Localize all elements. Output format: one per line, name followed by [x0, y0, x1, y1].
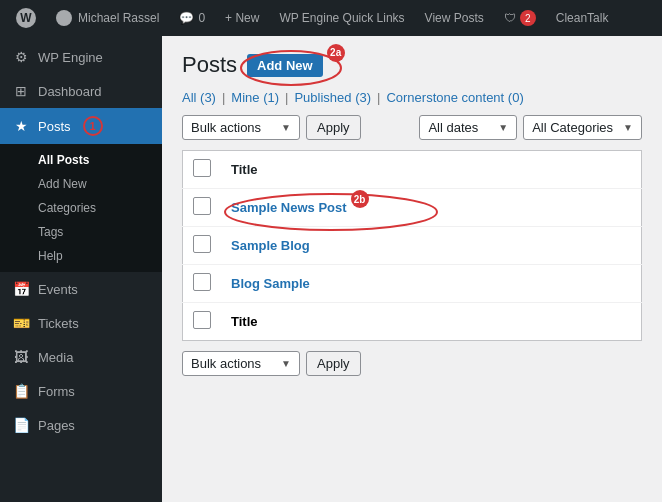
top-toolbar: Bulk actions ▼ Apply All dates ▼ All Cat… — [182, 115, 642, 140]
user-name: Michael Rassel — [78, 11, 159, 25]
sidebar-item-forms[interactable]: 📋 Forms — [0, 374, 162, 408]
all-dates-label: All dates — [428, 120, 478, 135]
chevron-down-icon-dates: ▼ — [498, 122, 508, 133]
filter-tab-all[interactable]: All (3) — [182, 90, 216, 105]
checkbox-cell-3 — [183, 265, 222, 303]
pages-icon: 📄 — [12, 416, 30, 434]
bottom-toolbar: Bulk actions ▼ Apply — [182, 351, 642, 376]
row-checkbox-1[interactable] — [193, 197, 211, 215]
comment-icon: 💬 — [179, 11, 194, 25]
bulk-actions-select-bottom[interactable]: Bulk actions ▼ — [182, 351, 300, 376]
page-header: Posts Add New 2a — [182, 52, 642, 78]
media-icon: 🖼 — [12, 348, 30, 366]
quick-links-label: WP Engine Quick Links — [279, 11, 404, 25]
header-checkbox-col — [183, 151, 222, 189]
sidebar-sub-categories[interactable]: Categories — [0, 196, 162, 220]
post-link-1[interactable]: Sample News Post — [231, 200, 347, 215]
table-footer-row: Title — [183, 303, 642, 341]
checkbox-cell-2 — [183, 227, 222, 265]
post-title-cell-1: Sample News Post 2b — [221, 189, 642, 227]
site-name-label: CleanTalk — [556, 11, 609, 25]
table-row: Sample News Post 2b — [183, 189, 642, 227]
posts-star-icon: ★ — [12, 117, 30, 135]
footer-checkbox-col — [183, 303, 222, 341]
sidebar-item-posts[interactable]: ★ Posts 1 — [0, 108, 162, 144]
new-button[interactable]: + New — [217, 0, 267, 36]
sidebar-item-wpengine[interactable]: ⚙ WP Engine — [0, 40, 162, 74]
all-categories-label: All Categories — [532, 120, 613, 135]
sidebar-sub-all-posts[interactable]: All Posts — [0, 148, 162, 172]
apply-button-bottom[interactable]: Apply — [306, 351, 361, 376]
view-posts[interactable]: View Posts — [417, 0, 492, 36]
chevron-down-icon: ▼ — [281, 122, 291, 133]
sidebar-item-events[interactable]: 📅 Events — [0, 272, 162, 306]
bulk-actions-label-bottom: Bulk actions — [191, 356, 261, 371]
add-new-button[interactable]: Add New — [247, 54, 323, 77]
post-title-cell-2: Sample Blog — [221, 227, 642, 265]
post-link-2[interactable]: Sample Blog — [231, 238, 310, 253]
filter-tab-published[interactable]: Published (3) — [294, 90, 371, 105]
user-menu[interactable]: Michael Rassel — [48, 0, 167, 36]
sidebar-sub-add-new[interactable]: Add New — [0, 172, 162, 196]
main-layout: ⚙ WP Engine ⊞ Dashboard ★ Posts 1 All Po… — [0, 36, 662, 502]
all-categories-select[interactable]: All Categories ▼ — [523, 115, 642, 140]
select-all-checkbox[interactable] — [193, 159, 211, 177]
view-posts-label: View Posts — [425, 11, 484, 25]
checkbox-cell-1 — [183, 189, 222, 227]
chevron-down-icon-bottom: ▼ — [281, 358, 291, 369]
sidebar-item-tickets[interactable]: 🎫 Tickets — [0, 306, 162, 340]
sidebar-item-dashboard[interactable]: ⊞ Dashboard — [0, 74, 162, 108]
wp-logo-icon: W — [16, 8, 36, 28]
all-dates-select[interactable]: All dates ▼ — [419, 115, 517, 140]
annotation-2a: 2a — [327, 44, 345, 62]
page-title: Posts — [182, 52, 237, 78]
quick-links[interactable]: WP Engine Quick Links — [271, 0, 412, 36]
table-row: Sample Blog — [183, 227, 642, 265]
notification-badge: 2 — [520, 10, 536, 26]
top-bar: W Michael Rassel 💬 0 + New WP Engine Qui… — [0, 0, 662, 36]
row-checkbox-3[interactable] — [193, 273, 211, 291]
comment-count: 0 — [198, 11, 205, 25]
footer-select-all-checkbox[interactable] — [193, 311, 211, 329]
col-title-label: Title — [231, 162, 258, 177]
chevron-down-icon-cats: ▼ — [623, 122, 633, 133]
sidebar: ⚙ WP Engine ⊞ Dashboard ★ Posts 1 All Po… — [0, 36, 162, 502]
new-label: + New — [225, 11, 259, 25]
row-checkbox-2[interactable] — [193, 235, 211, 253]
posts-table: Title Sample News Post — [182, 150, 642, 341]
forms-icon: 📋 — [12, 382, 30, 400]
add-new-wrapper: Add New 2a — [247, 54, 323, 77]
table-header-row: Title — [183, 151, 642, 189]
events-icon: 📅 — [12, 280, 30, 298]
post-link-3[interactable]: Blog Sample — [231, 276, 310, 291]
annotation-1: 1 — [83, 116, 103, 136]
sidebar-item-label: Dashboard — [38, 84, 102, 99]
post-title-cell-3: Blog Sample — [221, 265, 642, 303]
filter-tabs: All (3) | Mine (1) | Published (3) | Cor… — [182, 90, 642, 105]
sidebar-item-pages[interactable]: 📄 Pages — [0, 408, 162, 442]
site-name[interactable]: CleanTalk — [548, 0, 617, 36]
wpengine-icon: ⚙ — [12, 48, 30, 66]
sidebar-item-label: WP Engine — [38, 50, 103, 65]
cleantalk-icon-item[interactable]: 🛡 2 — [496, 0, 544, 36]
sample-news-post-wrapper: Sample News Post 2b — [231, 200, 347, 215]
wp-logo-item[interactable]: W — [8, 0, 44, 36]
sidebar-item-media[interactable]: 🖼 Media — [0, 340, 162, 374]
filter-tab-mine[interactable]: Mine (1) — [231, 90, 279, 105]
comments-item[interactable]: 💬 0 — [171, 0, 213, 36]
dashboard-icon: ⊞ — [12, 82, 30, 100]
sidebar-item-label: Forms — [38, 384, 75, 399]
sidebar-item-label: Tickets — [38, 316, 79, 331]
sidebar-sub-tags[interactable]: Tags — [0, 220, 162, 244]
bulk-actions-select[interactable]: Bulk actions ▼ — [182, 115, 300, 140]
apply-button-top[interactable]: Apply — [306, 115, 361, 140]
footer-title-label: Title — [231, 314, 258, 329]
sidebar-item-label: Media — [38, 350, 73, 365]
tickets-icon: 🎫 — [12, 314, 30, 332]
filter-tab-cornerstone[interactable]: Cornerstone content (0) — [386, 90, 523, 105]
sidebar-item-label: Events — [38, 282, 78, 297]
footer-title-col: Title — [221, 303, 642, 341]
sidebar-item-label: Pages — [38, 418, 75, 433]
sidebar-sub-help[interactable]: Help — [0, 244, 162, 268]
annotation-2b: 2b — [351, 190, 369, 208]
